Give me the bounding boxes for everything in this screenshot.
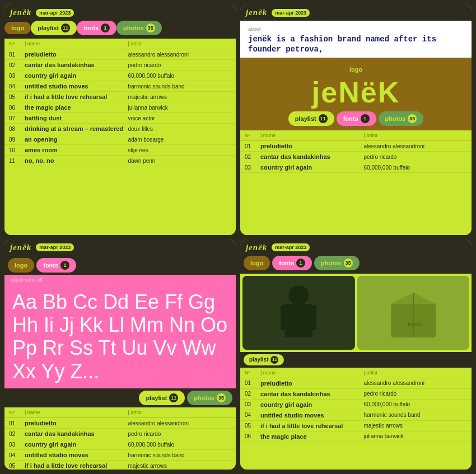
- tab-bar-2: playlist 11 fonts 1 photos 35: [240, 107, 472, 128]
- playlist-badge-1: 11: [61, 24, 70, 32]
- svg-point-1: [288, 285, 309, 306]
- photos-badge-1: 35: [146, 24, 155, 32]
- tab-fonts-1[interactable]: fonts 1: [77, 21, 116, 35]
- tab-bar-3: logo fonts 1: [4, 256, 236, 275]
- panel-4-content: jenëk playlist 11 Nº | name | artist: [240, 274, 472, 470]
- svg-rect-4: [306, 305, 316, 330]
- brand-logo-4: jenëk: [246, 243, 267, 252]
- tab-bar-4: logo fonts 1 photos 35: [240, 256, 472, 274]
- playlist-table-1: Nº | name | artist 01 preludietto alessa…: [4, 39, 236, 235]
- playlist-badge-2: 11: [319, 114, 328, 123]
- tab-bar-3b: playlist 11 photos 35: [4, 388, 236, 407]
- table-header-2: Nº | name | artist: [240, 130, 472, 141]
- table-row: 06 the magic place julianna barwick: [4, 102, 236, 113]
- table-row: 01 preludietto alessandro alessandroni: [4, 49, 236, 60]
- brand-tagline: jenëk is a fashion brand named after its…: [248, 34, 464, 54]
- table-row: 05 if i had a little love rehearsal maje…: [4, 92, 236, 102]
- date-badge-1: mar-apr 2023: [36, 9, 74, 17]
- table-row: 06 the magic place julianna barwick: [240, 431, 472, 442]
- fonts-badge-2: 1: [361, 114, 370, 123]
- brand-logo-2: jenëk: [246, 8, 267, 17]
- font-specimen: Aa Bb Cc Dd Ee Ff GgHh Ii Jj Kk Ll Mm Nn…: [12, 290, 227, 383]
- font-playlist-section: playlist 11 photos 35 Nº | name | artist…: [4, 388, 236, 470]
- table-row: 02 cantar das kandakinhas pedro ricardo: [240, 389, 472, 400]
- table-row: 01 preludietto alessandro alessandroni: [240, 378, 472, 389]
- photos-badge-2: 35: [408, 114, 417, 123]
- track-list-2: 01 preludietto alessandro alessandroni 0…: [240, 141, 472, 173]
- tab-photos-1[interactable]: photos 35: [116, 21, 162, 35]
- table-header-3: Nº | name | artist: [4, 407, 236, 418]
- panel-brand: jenëk mar-apr 2023 about jenëk is a fash…: [240, 4, 472, 235]
- tab-photos-2[interactable]: photos 35: [379, 111, 424, 126]
- fonts-badge-3: 1: [60, 261, 69, 270]
- panel-4-header: jenëk mar-apr 2023: [240, 240, 472, 256]
- brand-logo-1: jenëk: [10, 8, 31, 17]
- tab-playlist-1[interactable]: playlist 11: [31, 21, 77, 35]
- table-row: 04 untitled studio moves harmonic sounds…: [4, 450, 236, 461]
- photos-badge-4: 35: [344, 259, 353, 267]
- playlist-mini-tab[interactable]: playlist 11: [244, 354, 284, 365]
- tab-fonts-4[interactable]: fonts 1: [272, 256, 312, 270]
- date-badge-3: mar-apr 2023: [36, 243, 74, 251]
- svg-text:jenëk: jenëk: [407, 321, 422, 327]
- tab-logo-1[interactable]: logo: [4, 22, 31, 34]
- playlist-badge-3: 11: [169, 393, 178, 402]
- brand-big-logo: logo jeNëK playlist 11 fonts 1 photos 35: [240, 58, 472, 130]
- tab-bar-1: logo playlist 11 fonts 1 photos 35: [4, 21, 236, 39]
- panel-3-content: logo fonts 1 object sans.otf Aa Bb Cc Dd…: [4, 256, 236, 470]
- logo-tab-2[interactable]: logo: [343, 63, 369, 76]
- table-row: 05 if i had a little love rehearsal maje…: [240, 421, 472, 431]
- tab-logo-4[interactable]: logo: [244, 256, 270, 270]
- font-display: Aa Bb Cc Dd Ee Ff GgHh Ii Jj Kk Ll Mm Nn…: [4, 285, 236, 389]
- table-header-4: Nº | name | artist: [240, 368, 472, 378]
- table-row: 04 untitled studio moves harmonic sounds…: [240, 410, 472, 421]
- table-row: 11 no, no, no dawn penn: [4, 156, 236, 166]
- small-table-4: Nº | name | artist 01 preludietto alessa…: [240, 368, 472, 470]
- font-label: object sans.otf: [4, 275, 236, 285]
- tab-photos-3[interactable]: photos 35: [187, 391, 232, 405]
- panel-2-header: jenëk mar-apr 2023: [240, 4, 472, 21]
- date-badge-4: mar-apr 2023: [272, 243, 310, 251]
- big-logo-text: jeNëK: [240, 78, 472, 107]
- table-row: 03 country girl again 60,000,000 buffalo: [240, 400, 472, 410]
- table-header-1: Nº | name | artist: [4, 39, 236, 49]
- table-row: 02 cantar das kandakinhas pedro ricardo: [4, 60, 236, 71]
- table-row: 03 country girl again 60,000,000 buffalo: [240, 162, 472, 173]
- about-label: about: [248, 26, 464, 32]
- table-row: 03 country girl again 60,000,000 buffalo: [4, 439, 236, 450]
- tab-photos-4[interactable]: photos 35: [314, 256, 360, 270]
- panel-photos: jenëk mar-apr 2023 logo fonts 1 photos 3…: [240, 240, 472, 470]
- track-list-4: 01 preludietto alessandro alessandroni 0…: [240, 378, 472, 442]
- table-row: 04 untitled studio moves harmonic sounds…: [4, 81, 236, 92]
- table-row: 08 drinking at a stream – remastered deu…: [4, 124, 236, 134]
- panel-1-header: jenëk mar-apr 2023: [4, 4, 236, 21]
- table-row: 02 cantar das kandakinhas pedro ricardo: [240, 152, 472, 162]
- table-row: 05 if i had a little love rehearsal maje…: [4, 461, 236, 470]
- panel-fonts: jenëk mar-apr 2023 logo fonts 1 object s…: [4, 240, 236, 470]
- table-row: 01 preludietto alessandro alessandroni: [240, 141, 472, 152]
- fonts-badge-1: 1: [101, 24, 110, 32]
- tab-fonts-3[interactable]: fonts 1: [36, 258, 76, 273]
- photo-2: jenëk: [357, 276, 470, 350]
- panel-3-header: jenëk mar-apr 2023: [4, 240, 236, 256]
- main-grid: jenëk mar-apr 2023 logo playlist 11 font…: [0, 0, 476, 474]
- panel-2-content: about jenëk is a fashion brand named aft…: [240, 21, 472, 235]
- table-row: 03 country girl again 60,000,000 buffalo: [4, 71, 236, 81]
- brand-logo-3: jenëk: [10, 243, 31, 252]
- photo-1: [242, 276, 355, 350]
- table-row: 02 cantar das kandakinhas pedro ricardo: [4, 429, 236, 439]
- panel-playlist: jenëk mar-apr 2023 logo playlist 11 font…: [4, 4, 236, 235]
- track-list-1: 01 preludietto alessandro alessandroni 0…: [4, 49, 236, 166]
- tab-logo-3[interactable]: logo: [8, 258, 34, 273]
- tab-playlist-2[interactable]: playlist 11: [288, 111, 334, 126]
- fonts-badge-4: 1: [296, 259, 305, 267]
- svg-rect-3: [281, 305, 291, 330]
- small-table-2: Nº | name | artist 01 preludietto alessa…: [240, 130, 472, 234]
- table-row: 07 battling dust voice actor: [4, 113, 236, 124]
- track-list-3: 01 preludietto alessandro alessandroni 0…: [4, 418, 236, 470]
- playlist-mini-badge: 11: [270, 356, 278, 364]
- photos-badge-3: 35: [217, 393, 226, 402]
- brand-hero: about jenëk is a fashion brand named aft…: [240, 21, 472, 58]
- tab-playlist-3[interactable]: playlist 11: [139, 391, 185, 405]
- tab-fonts-2[interactable]: fonts 1: [337, 111, 376, 126]
